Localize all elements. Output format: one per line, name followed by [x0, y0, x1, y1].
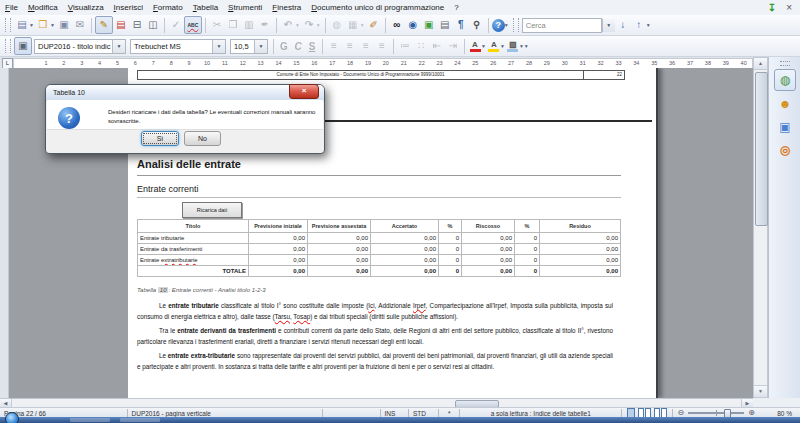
underline-icon[interactable]: S — [305, 41, 319, 52]
toolbar-overflow-icon[interactable]: ▼ — [646, 22, 651, 28]
zoom-icon[interactable]: ⚲ — [469, 17, 485, 33]
search-input[interactable] — [522, 18, 602, 33]
menu-item[interactable]: Formato — [148, 2, 188, 13]
toolbar-grip[interactable] — [5, 39, 11, 53]
redo-icon[interactable]: ↷ — [301, 17, 317, 33]
menu-item[interactable]: Visualizza — [63, 2, 109, 13]
hyperlink-icon[interactable]: ◍ — [329, 17, 345, 33]
dropdown-caret[interactable]: ▼ — [316, 22, 321, 28]
cut-icon[interactable]: ✂ — [209, 17, 225, 33]
horizontal-scrollbar[interactable]: ◀ ▶ — [0, 398, 753, 407]
zoom-in-icon[interactable]: ⊕ — [748, 409, 755, 417]
spellcheck-icon[interactable]: ✓ — [168, 17, 184, 33]
zoom-slider[interactable] — [688, 412, 744, 414]
numbered-list-icon[interactable]: ≔ — [397, 38, 413, 54]
scroll-left-icon[interactable]: ◀ — [0, 399, 12, 407]
vertical-scrollbar-thumb[interactable] — [755, 72, 768, 226]
save-icon[interactable]: ▣ — [56, 17, 72, 33]
align-justify-icon[interactable]: ≡ — [374, 38, 390, 54]
print-preview-icon[interactable]: ◫ — [145, 17, 161, 33]
reload-data-button[interactable]: Ricarica dati — [182, 202, 242, 218]
insert-table-icon[interactable]: ▦ — [345, 17, 361, 33]
data-sources-icon[interactable]: ▤ — [437, 17, 453, 33]
template-indicator[interactable]: DUP2016 - pagina verticale — [128, 410, 322, 417]
clone-formatting-icon[interactable]: ✒ — [257, 17, 273, 33]
paste-icon[interactable]: ▥ — [241, 17, 257, 33]
taskbar-item[interactable] — [120, 418, 160, 422]
draw-functions-icon[interactable]: ✐ — [366, 17, 382, 33]
start-button-icon[interactable] — [5, 412, 19, 423]
dup-globe-icon[interactable]: ◍ — [774, 69, 796, 91]
bullet-list-icon[interactable]: ∷ — [413, 38, 429, 54]
undo-icon[interactable]: ↶ — [280, 17, 296, 33]
dropdown-caret[interactable]: ▼ — [295, 22, 300, 28]
copy-icon[interactable]: ❐ — [225, 17, 241, 33]
dropdown-caret[interactable]: ▼ — [481, 43, 486, 49]
toolbar-overflow-icon[interactable]: ▼ — [524, 43, 529, 49]
increase-indent-icon[interactable]: ⇥ — [445, 38, 461, 54]
no-button[interactable]: No — [184, 131, 221, 146]
find-previous-icon[interactable]: ↑ — [631, 17, 647, 33]
align-right-icon[interactable]: ≡ — [358, 38, 374, 54]
taskbar-item[interactable] — [70, 418, 110, 422]
menu-item[interactable]: Finestra — [267, 2, 306, 13]
dropdown-caret[interactable]: ▼ — [50, 22, 55, 28]
scroll-right-icon[interactable]: ▶ — [741, 399, 753, 407]
dropdown-caret[interactable]: ▼ — [360, 22, 365, 28]
toolbar-grip[interactable] — [513, 18, 519, 32]
page-indicator[interactable]: Pagina 22 / 66 — [0, 410, 127, 417]
dup-image-icon[interactable]: ▣ — [775, 117, 795, 137]
align-left-icon[interactable]: ≡ — [326, 38, 342, 54]
navigator-icon[interactable]: ◉ — [405, 17, 421, 33]
font-size-combo[interactable]: 10,5 ▼ — [230, 39, 268, 54]
decrease-indent-icon[interactable]: ⇤ — [429, 38, 445, 54]
menu-item[interactable]: File — [0, 2, 23, 13]
find-next-icon[interactable]: ↓ — [615, 17, 631, 33]
dup-compass-icon[interactable]: ◎ — [775, 140, 795, 160]
menu-item[interactable]: ? — [449, 2, 463, 13]
combo-caret[interactable]: ▼ — [212, 40, 225, 53]
bold-icon[interactable]: G — [277, 41, 291, 52]
find-replace-icon[interactable]: ∞ — [389, 17, 405, 33]
vertical-scrollbar[interactable]: ▲ ▼ — [753, 57, 768, 398]
print-icon[interactable]: ⊟ — [129, 17, 145, 33]
edit-file-icon[interactable]: ✎ — [95, 16, 113, 34]
zoom-out-icon[interactable]: ⊖ — [677, 409, 684, 417]
yes-button[interactable]: Sì — [141, 131, 179, 146]
selection-mode-indicator[interactable]: STD — [409, 410, 438, 417]
open-icon[interactable]: ❒ — [35, 17, 51, 33]
modified-indicator[interactable]: * — [439, 410, 459, 417]
toolbar-grip[interactable] — [5, 18, 11, 32]
dropdown-caret[interactable]: ▼ — [500, 43, 505, 49]
scroll-down-icon[interactable]: ▼ — [754, 385, 767, 397]
close-document-icon[interactable]: × — [786, 3, 792, 13]
menu-item[interactable]: Modifica — [23, 2, 63, 13]
combo-caret[interactable]: ▼ — [254, 40, 267, 53]
update-available-icon[interactable]: ↧ — [768, 3, 776, 13]
dialog-close-icon[interactable]: × — [289, 84, 319, 99]
toolbar-overflow-icon[interactable]: ▼ — [504, 22, 509, 28]
dropdown-caret[interactable]: ▼ — [29, 22, 34, 28]
search-dropdown-caret[interactable]: ▼ — [602, 19, 615, 32]
menu-item[interactable]: Tabella — [188, 2, 223, 13]
paragraph-style-combo[interactable]: DUP2016 - titolo indic ▼ — [34, 39, 126, 54]
section-indicator[interactable]: a sola lettura : Indice delle tabelle1 — [460, 410, 621, 417]
combo-caret[interactable]: ▼ — [112, 40, 125, 53]
dup-people-icon[interactable]: ☻ — [775, 94, 795, 114]
auto-spellcheck-icon[interactable]: ABC — [184, 16, 202, 34]
highlight-color-icon[interactable]: A — [487, 39, 501, 53]
formatting-marks-icon[interactable]: ¶ — [453, 17, 469, 33]
style-presets-icon[interactable]: ▣ — [14, 37, 32, 55]
italic-icon[interactable]: C — [291, 41, 305, 52]
font-color-icon[interactable]: A — [468, 39, 482, 53]
insert-mode-indicator[interactable]: INS — [381, 410, 408, 417]
export-pdf-icon[interactable]: ▤ — [113, 17, 129, 33]
new-document-icon[interactable]: ▤ — [14, 17, 30, 33]
email-icon[interactable]: ✉ — [72, 17, 88, 33]
scroll-up-icon[interactable]: ▲ — [754, 58, 767, 70]
zoom-percentage[interactable]: 80 % — [759, 410, 800, 417]
menu-item[interactable]: Inserisci — [109, 2, 148, 13]
align-center-icon[interactable]: ≡ — [342, 38, 358, 54]
background-color-icon[interactable]: ▧ — [506, 39, 520, 53]
gallery-icon[interactable]: ▣ — [421, 17, 437, 33]
